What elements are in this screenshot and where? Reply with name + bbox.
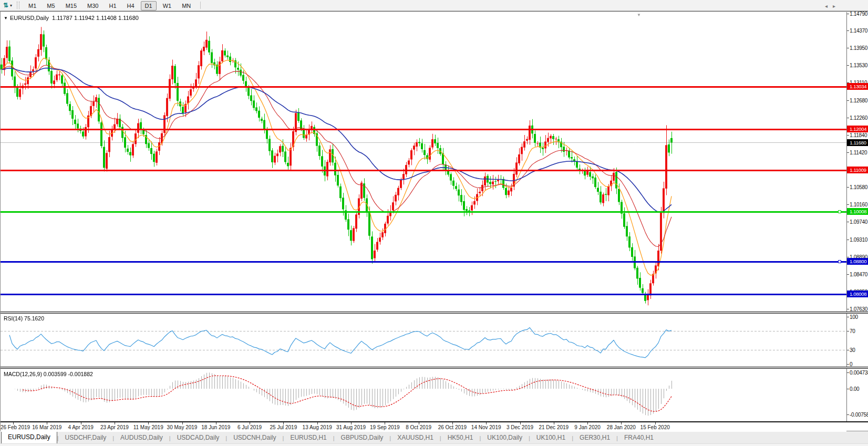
macd-tick-label: 0.00 — [850, 386, 859, 392]
chart-tab-HK50-H1[interactable]: HK50,H1 — [441, 432, 480, 443]
timeframe-button-H1[interactable]: H1 — [105, 1, 120, 11]
chart-tab-USDCAD-Daily[interactable]: USDCAD,Daily — [171, 432, 226, 443]
mt4-terminal-window: ⇅ ▾ M1M5M15M30H1H4D1W1MN ▼EURUSD,Daily 1… — [0, 0, 868, 446]
rsi-tick-label: 0 — [850, 361, 852, 367]
hline-price-label[interactable]: 1.08800 — [847, 258, 868, 265]
price-tick-label: 1.09740 — [850, 219, 867, 225]
axis-tick-mark — [847, 135, 849, 136]
timeframe-button-D1[interactable]: D1 — [141, 1, 157, 11]
chart-tab-EURUSD-H1[interactable]: EURUSD,H1 — [284, 432, 333, 443]
main-price-chart[interactable] — [1, 12, 846, 312]
macd-header-label: MACD(12,26,9) 0.003599 -0.001882 — [4, 371, 93, 377]
timeframe-button-M1[interactable]: M1 — [24, 1, 40, 11]
chart-tab-GBPUSD-Daily[interactable]: GBPUSD,Daily — [335, 432, 390, 443]
date-tick-label: 28 Jan 2020 — [607, 424, 636, 430]
date-tick-label: 9 Jan 2020 — [574, 424, 601, 430]
axis-tick-mark — [847, 187, 849, 188]
axis-tick-mark — [847, 414, 849, 415]
chart-tab-GER30-H1[interactable]: GER30,H1 — [573, 432, 616, 443]
date-tick-label: 15 Feb 2020 — [640, 424, 670, 430]
tab-scroll-right-icon[interactable]: ▸ — [833, 3, 841, 9]
price-tick-label: 1.10580 — [850, 184, 867, 190]
axis-tick-mark — [847, 100, 849, 101]
chart-tab-UK100-Daily[interactable]: UK100,Daily — [481, 432, 529, 443]
hline-price-label[interactable]: 1.11009 — [847, 167, 868, 173]
chart-bottom-border — [1, 421, 868, 422]
timeframe-button-W1[interactable]: W1 — [159, 1, 176, 11]
rsi-indicator-chart[interactable] — [1, 314, 846, 367]
price-tick-label: 1.13950 — [850, 45, 867, 51]
timeframe-button-M5[interactable]: M5 — [43, 1, 59, 11]
price-tick-label: 1.14790 — [850, 11, 867, 17]
timeframe-button-M30[interactable]: M30 — [83, 1, 102, 11]
chart-tab-USDCNH-Daily[interactable]: USDCNH,Daily — [227, 432, 282, 443]
date-tick-label: 3 Dec 2019 — [507, 424, 533, 430]
rsi-tick-label: 30 — [850, 347, 855, 353]
date-tick-label: 4 Apr 2019 — [68, 424, 93, 430]
date-tick-label: 13 Aug 2019 — [303, 424, 332, 430]
current-price-label: 1.11680 — [847, 139, 868, 146]
time-axis[interactable]: 26 Feb 201916 Mar 20194 Apr 201923 Apr 2… — [1, 422, 846, 432]
axis-tick-mark — [847, 309, 849, 309]
date-tick-label: 26 Feb 2019 — [1, 424, 30, 430]
chart-tab-XAUUSD-H1[interactable]: XAUUSD,H1 — [391, 432, 440, 443]
rsi-tick-label: 70 — [850, 328, 855, 334]
hline-price-label[interactable]: 1.13034 — [847, 83, 868, 90]
axis-tick-mark — [847, 372, 849, 373]
pane-splitter-macd[interactable] — [1, 367, 868, 369]
timeframe-button-MN[interactable]: MN — [178, 1, 195, 11]
hline-price-label[interactable]: 1.10008 — [847, 208, 868, 215]
price-tick-label: 1.12260 — [850, 115, 867, 121]
hline-price-label[interactable]: 1.08008 — [847, 291, 868, 297]
shift-marker-icon[interactable]: ▼ — [637, 13, 641, 17]
macd-indicator-chart[interactable] — [1, 369, 846, 421]
date-tick-label: 31 Aug 2019 — [336, 424, 366, 430]
status-strip — [0, 443, 868, 446]
axis-tick-mark — [847, 222, 849, 222]
chart-tab-FRA40-H1[interactable]: FRA40,H1 — [618, 432, 660, 443]
toolbar-separator — [200, 2, 201, 9]
date-tick-label: 14 Nov 2019 — [471, 424, 501, 430]
date-tick-label: 11 May 2019 — [133, 424, 163, 430]
axis-tick-mark — [847, 30, 849, 31]
date-tick-label: 19 Sep 2019 — [370, 424, 400, 430]
axis-tick-mark — [847, 118, 849, 118]
axis-tick-mark — [847, 350, 849, 350]
date-tick-label: 6 Jul 2019 — [237, 424, 262, 430]
date-tick-label: 25 Jul 2019 — [270, 424, 297, 430]
timeframe-button-M15[interactable]: M15 — [61, 1, 81, 11]
price-tick-label: 1.12680 — [850, 98, 867, 103]
axis-tick-mark — [847, 364, 849, 365]
chart-tab-EURUSD-Daily[interactable]: EURUSD,Daily — [1, 431, 57, 444]
chart-menu-icon[interactable]: ⇅ — [3, 2, 8, 9]
timeframe-button-H4[interactable]: H4 — [123, 1, 139, 11]
date-tick-label: 23 Apr 2019 — [100, 424, 129, 430]
tab-scroll-arrows: ◂▸ — [825, 3, 841, 9]
date-tick-label: 8 Oct 2019 — [406, 424, 431, 430]
axis-tick-mark — [847, 257, 849, 257]
timeframe-buttons: M1M5M15M30H1H4D1W1MN — [23, 1, 196, 11]
price-tick-label: 1.08470 — [850, 272, 867, 277]
tab-scroll-left-icon[interactable]: ◂ — [825, 3, 833, 9]
chart-tab-UK100-H1[interactable]: UK100,H1 — [530, 432, 572, 443]
price-axis[interactable]: 1.147901.143701.139501.135301.131101.126… — [846, 12, 868, 421]
axis-tick-mark — [847, 274, 849, 275]
chart-symbol-label: EURUSD,Daily — [10, 15, 49, 21]
chevron-down-icon[interactable]: ▾ — [10, 3, 12, 8]
rsi-tick-label: 100 — [850, 314, 858, 320]
price-tick-label: 1.11840 — [850, 132, 867, 138]
price-tick-label: 1.11420 — [850, 150, 867, 155]
chart-tab-AUDUSD-Daily[interactable]: AUDUSD,Daily — [114, 432, 169, 443]
date-tick-label: 30 May 2019 — [167, 424, 198, 430]
date-tick-label: 26 Oct 2019 — [438, 424, 467, 430]
macd-tick-label: -0.007584 — [850, 412, 868, 418]
chart-tab-USDCHF-Daily[interactable]: USDCHF,Daily — [59, 432, 113, 443]
date-tick-label: 18 Jun 2019 — [201, 424, 230, 430]
price-tick-label: 1.09310 — [850, 237, 867, 243]
date-tick-label: 16 Mar 2019 — [32, 424, 61, 430]
macd-tick-label: 0.004738 — [850, 370, 868, 376]
collapse-arrow-icon[interactable]: ▼ — [4, 16, 8, 20]
timeframe-toolbar: ⇅ ▾ M1M5M15M30H1H4D1W1MN — [0, 0, 868, 11]
hline-price-label[interactable]: 1.12004 — [847, 126, 868, 132]
pane-splitter-rsi[interactable] — [1, 312, 868, 314]
